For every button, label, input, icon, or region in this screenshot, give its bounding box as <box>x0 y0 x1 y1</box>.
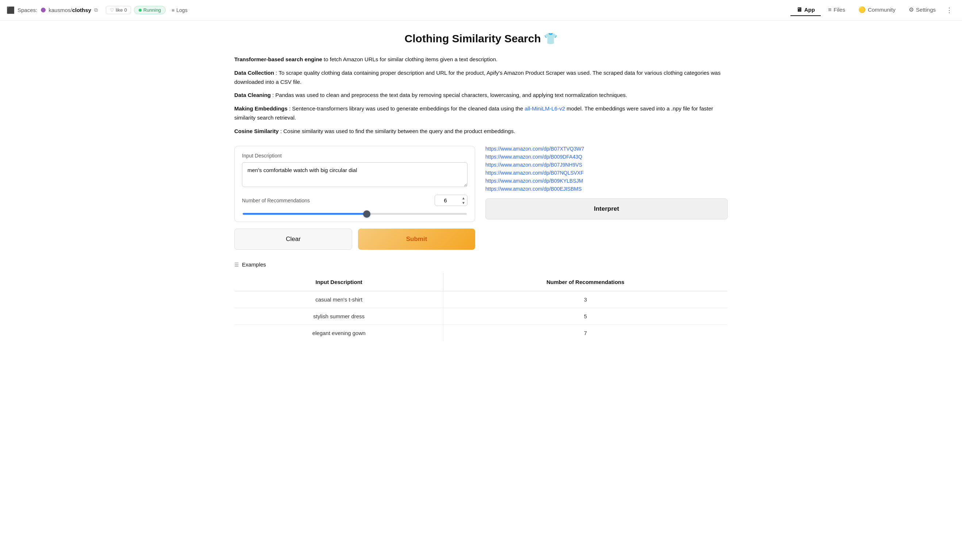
settings-icon: ⚙ <box>909 6 914 13</box>
rec-label: Number of Recommendations <box>242 198 310 203</box>
files-icon: ≡ <box>828 6 831 13</box>
result-link-5[interactable]: https://www.amazon.com/dp/B00EJISBMS <box>485 186 728 192</box>
results-area: https://www.amazon.com/dp/B07XTVQ3W7http… <box>485 146 728 219</box>
result-link-3[interactable]: https://www.amazon.com/dp/B07NQLSVXF <box>485 170 728 176</box>
desc4: Making Embeddings : Sentence-transformer… <box>234 104 728 122</box>
form-results-row: Input Descriptiont men's comfortable wat… <box>234 146 728 250</box>
tab-settings-label: Settings <box>916 6 936 13</box>
tab-app-label: App <box>804 6 815 13</box>
examples-toggle-label: Examples <box>242 261 266 268</box>
tab-community[interactable]: 🟡 Community <box>852 4 901 16</box>
tab-files-label: Files <box>833 6 845 13</box>
desc2: Data Collection : To scrape quality clot… <box>234 69 728 87</box>
tab-settings[interactable]: ⚙ Settings <box>903 4 941 16</box>
more-button[interactable]: ⋮ <box>943 4 956 16</box>
like-button[interactable]: ♡ like 0 <box>106 6 131 14</box>
desc5: Cosine Similarity : Cosine similarity wa… <box>234 127 728 136</box>
spaces-icon: ⬛ <box>6 6 15 14</box>
spinner-up[interactable]: ▲ <box>461 196 466 200</box>
slider-wrap <box>242 210 468 216</box>
running-badge: Running <box>134 6 166 14</box>
input-card: Input Descriptiont men's comfortable wat… <box>234 146 475 222</box>
col2-header: Number of Recommendations <box>444 273 728 291</box>
examples-section: ☰ Examples Input Descriptiont Number of … <box>234 261 728 342</box>
logs-label: Logs <box>176 7 187 13</box>
desc3-bold: Data Cleaning <box>234 92 271 98</box>
toggle-icon: ☰ <box>234 262 239 268</box>
desc3: Data Cleaning : Pandas was used to clean… <box>234 91 728 100</box>
table-row[interactable]: elegant evening gown 7 <box>235 325 728 342</box>
desc4-rest: : Sentence-transformers library was used… <box>289 105 525 111</box>
example-count-1: 5 <box>444 308 728 325</box>
desc5-rest: : Cosine similarity was used to find the… <box>280 128 515 134</box>
like-label: like <box>116 7 123 13</box>
desc2-rest: : To scrape quality clothing data contai… <box>234 70 720 85</box>
like-count: 0 <box>124 7 127 13</box>
result-link-1[interactable]: https://www.amazon.com/dp/B009DFA43Q <box>485 154 728 160</box>
table-row[interactable]: stylish summer dress 5 <box>235 308 728 325</box>
example-desc-0: casual men's t-shirt <box>235 291 444 308</box>
spaces-path: kausmos/clothsy <box>48 7 91 13</box>
minilm-link[interactable]: all-MiniLM-L6-v2 <box>525 105 565 111</box>
col1-header: Input Descriptiont <box>235 273 444 291</box>
result-link-0[interactable]: https://www.amazon.com/dp/B07XTVQ3W7 <box>485 146 728 152</box>
form-left: Input Descriptiont men's comfortable wat… <box>234 146 475 250</box>
tab-community-label: Community <box>868 6 896 13</box>
clear-button[interactable]: Clear <box>234 229 352 250</box>
example-desc-2: elegant evening gown <box>235 325 444 342</box>
example-count-2: 7 <box>444 325 728 342</box>
spaces-label: Spaces: <box>18 7 37 13</box>
spinner-buttons: ▲ ▼ <box>461 196 466 205</box>
result-link-4[interactable]: https://www.amazon.com/dp/B09KYLBSJM <box>485 178 728 184</box>
example-desc-1: stylish summer dress <box>235 308 444 325</box>
logs-icon: ≡ <box>171 7 174 13</box>
running-dot <box>139 9 142 12</box>
result-link-2[interactable]: https://www.amazon.com/dp/B07J9NH9VS <box>485 162 728 168</box>
interpret-button[interactable]: Interpret <box>485 198 728 219</box>
community-icon: 🟡 <box>858 6 866 13</box>
org-name: kausmos <box>48 7 71 13</box>
logs-button[interactable]: ≡ Logs <box>169 6 190 14</box>
topbar: ⬛ Spaces: kausmos/clothsy ⧉ ♡ like 0 Run… <box>0 0 962 21</box>
example-count-0: 3 <box>444 291 728 308</box>
app-icon: 🖥 <box>796 6 802 13</box>
spinner-down[interactable]: ▼ <box>461 201 466 205</box>
btn-row: Clear Submit <box>234 229 475 250</box>
examples-table: Input Descriptiont Number of Recommendat… <box>234 273 728 342</box>
examples-toggle[interactable]: ☰ Examples <box>234 261 728 268</box>
desc1-rest: to fetch Amazon URLs for similar clothin… <box>324 56 497 62</box>
desc2-bold: Data Collection <box>234 70 274 76</box>
repo-name: clothsy <box>72 7 91 13</box>
desc4-bold: Making Embeddings <box>234 105 287 111</box>
main-content: Clothing Similarity Search 👕 Transformer… <box>226 21 736 356</box>
desc5-bold: Cosine Similarity <box>234 128 279 134</box>
rec-row: Number of Recommendations ▲ ▼ <box>242 195 468 206</box>
desc3-rest: : Pandas was used to clean and preproces… <box>272 92 627 98</box>
rec-number-wrap: ▲ ▼ <box>435 195 468 206</box>
links-list: https://www.amazon.com/dp/B07XTVQ3W7http… <box>485 146 728 192</box>
rec-slider[interactable] <box>243 213 467 215</box>
table-header-row: Input Descriptiont Number of Recommendat… <box>235 273 728 291</box>
input-description-label: Input Descriptiont <box>242 153 468 159</box>
heart-icon: ♡ <box>110 7 114 13</box>
description-input[interactable]: men's comfortable watch with big circula… <box>242 162 468 187</box>
table-row[interactable]: casual men's t-shirt 3 <box>235 291 728 308</box>
desc1: Transformer-based search engine to fetch… <box>234 55 728 64</box>
tab-app[interactable]: 🖥 App <box>791 4 821 16</box>
tab-files[interactable]: ≡ Files <box>822 4 851 16</box>
running-label: Running <box>144 7 161 13</box>
submit-button[interactable]: Submit <box>358 229 475 250</box>
desc1-bold: Transformer-based search engine <box>234 56 322 62</box>
copy-icon[interactable]: ⧉ <box>94 7 98 13</box>
org-dot <box>41 8 45 12</box>
page-title: Clothing Similarity Search 👕 <box>234 32 728 45</box>
topbar-right: 🖥 App ≡ Files 🟡 Community ⚙ Settings ⋮ <box>791 4 956 16</box>
topbar-left: ⬛ Spaces: kausmos/clothsy ⧉ ♡ like 0 Run… <box>6 6 791 14</box>
